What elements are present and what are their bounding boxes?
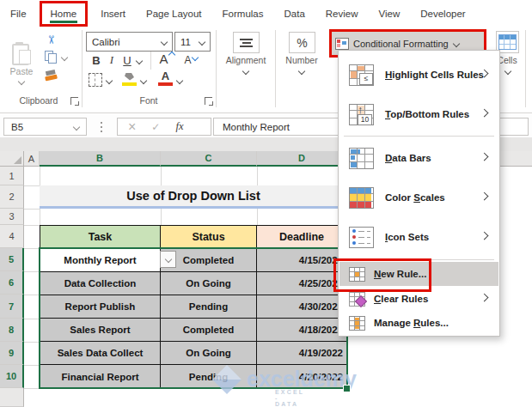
column-header-B[interactable]: B: [40, 151, 161, 167]
enter-icon[interactable]: ✓: [151, 121, 160, 133]
alignment-dropdown-icon[interactable]: [242, 68, 249, 75]
cell-task[interactable]: Monthly Report: [40, 249, 161, 271]
column-header-A[interactable]: A: [24, 151, 40, 167]
row-header-3[interactable]: 3: [0, 209, 24, 225]
format-painter-button[interactable]: [43, 69, 58, 82]
tab-formulas[interactable]: Formulas: [212, 3, 274, 24]
name-box[interactable]: B5: [3, 118, 87, 136]
table-row: Sales Report Completed 4/18/2022: [40, 319, 346, 342]
menu-item-manage-rules[interactable]: Manage Rules...: [339, 311, 498, 335]
number-dropdown-icon[interactable]: [298, 68, 305, 75]
header-cell-task[interactable]: Task: [40, 226, 161, 248]
row-header-5[interactable]: 5: [0, 248, 24, 271]
number-format-button[interactable]: %: [289, 32, 315, 53]
row-header-6[interactable]: 6: [0, 271, 24, 295]
cell-deadline[interactable]: 4/20/2022: [257, 365, 346, 388]
column-header-C[interactable]: C: [161, 151, 257, 167]
tab-data[interactable]: Data: [274, 3, 315, 24]
italic-button[interactable]: I: [105, 52, 119, 68]
font-color-button[interactable]: A: [158, 70, 173, 82]
cell-task[interactable]: Financial Report: [40, 365, 161, 388]
conditional-formatting-icon: [335, 38, 349, 50]
tab-home[interactable]: Home: [40, 1, 89, 27]
underline-button[interactable]: U: [120, 52, 134, 68]
corner-triangle-icon: [14, 156, 21, 164]
row-header-10[interactable]: 10: [0, 365, 24, 388]
tab-file[interactable]: File: [0, 3, 37, 24]
copy-button[interactable]: [43, 50, 58, 64]
tab-review[interactable]: Review: [315, 3, 369, 24]
data-validation-dropdown-button[interactable]: [160, 251, 176, 268]
font-color-dropdown-icon[interactable]: [176, 77, 183, 84]
sheet-title-cell[interactable]: Use of Drop Down List: [40, 185, 347, 209]
menu-item-icon-sets[interactable]: Icon Sets: [339, 217, 498, 257]
cell-deadline[interactable]: 4/19/2022: [257, 342, 346, 364]
row-header-4[interactable]: 4: [0, 225, 24, 248]
fill-handle[interactable]: [343, 385, 351, 392]
cell-deadline[interactable]: 4/18/2022: [257, 319, 346, 341]
row-header-1[interactable]: 1: [0, 167, 24, 185]
paste-button[interactable]: Paste: [5, 31, 38, 94]
menu-item-clear-rules[interactable]: Clear Rules: [339, 287, 498, 311]
borders-dropdown-icon[interactable]: [106, 77, 113, 84]
column-header-D[interactable]: D: [257, 151, 347, 167]
alignment-button[interactable]: [233, 32, 260, 53]
gridline: [24, 388, 40, 389]
font-name-combo[interactable]: Calibri: [86, 32, 173, 52]
group-separator: [82, 30, 83, 107]
cut-button[interactable]: ✂: [43, 33, 58, 46]
tab-insert[interactable]: Insert: [90, 3, 136, 24]
menu-item-color-scales[interactable]: Color Scales: [339, 178, 498, 217]
font-size-combo[interactable]: 11: [174, 32, 211, 52]
cell-task[interactable]: Sales Data Collect: [40, 342, 161, 364]
row-header-8[interactable]: 8: [0, 319, 24, 342]
cell-task[interactable]: Report Publish: [40, 295, 161, 318]
group-separator: [216, 30, 217, 107]
menu-item-new-rule[interactable]: New Rule...: [339, 262, 498, 286]
row-header-7[interactable]: 7: [0, 295, 24, 319]
ribbon-tab-bar: File Home Insert Page Layout Formulas Da…: [0, 0, 532, 27]
fill-color-dropdown-icon[interactable]: [140, 77, 147, 84]
cell-deadline[interactable]: 4/25/2022: [257, 272, 346, 295]
menu-item-data-bars[interactable]: Data Bars: [339, 138, 498, 178]
select-all-corner[interactable]: [0, 151, 24, 167]
gridline: [24, 342, 40, 343]
cell-deadline[interactable]: 4/30/2022: [257, 295, 346, 318]
copy-icon: [45, 51, 57, 63]
bold-button[interactable]: B: [89, 52, 103, 68]
increase-font-size-button[interactable]: A: [158, 50, 175, 67]
cell-status[interactable]: Completed: [161, 319, 257, 341]
cell-task[interactable]: Sales Report: [40, 319, 161, 341]
menu-item-top-bottom-rules[interactable]: ↑ 10 Top/Bottom Rules: [339, 94, 498, 134]
clipboard-group-label: Clipboard: [9, 95, 69, 106]
clipboard-dialog-launcher-icon[interactable]: [70, 97, 78, 105]
cell-status[interactable]: On Going: [161, 342, 257, 364]
cancel-icon[interactable]: ×: [128, 119, 136, 135]
header-cell-deadline[interactable]: Deadline: [257, 226, 346, 248]
borders-button[interactable]: [88, 72, 102, 87]
font-dialog-launcher-icon[interactable]: [205, 97, 212, 105]
cell-status[interactable]: Pending: [161, 295, 257, 318]
cell-task[interactable]: Data Collection: [40, 272, 161, 295]
cell-status[interactable]: Pending: [161, 365, 257, 388]
top-bottom-rules-icon: ↑ 10: [349, 104, 374, 125]
tab-view[interactable]: View: [369, 3, 411, 24]
header-cell-status[interactable]: Status: [161, 226, 257, 248]
row-header-2[interactable]: 2: [0, 185, 24, 209]
cells-dropdown-icon[interactable]: [504, 68, 511, 75]
tab-page-layout[interactable]: Page Layout: [136, 3, 212, 24]
cell-status[interactable]: On Going: [161, 272, 257, 295]
active-tab-underline: [50, 21, 78, 23]
table-row: Monthly Report Completed 4/15/2022: [40, 249, 346, 272]
underline-dropdown-icon[interactable]: [136, 58, 143, 64]
insert-function-icon[interactable]: fx: [175, 120, 183, 133]
row-header-9[interactable]: 9: [0, 342, 24, 365]
menu-item-highlight-cells-rules[interactable]: ≤ Highlight Cells Rules: [339, 55, 498, 94]
font-color-bar[interactable]: [158, 82, 173, 86]
decrease-font-size-button[interactable]: A: [182, 52, 199, 68]
tab-developer[interactable]: Developer: [410, 3, 475, 24]
row-header-11[interactable]: [0, 388, 24, 407]
cell-deadline[interactable]: 4/15/2022: [257, 249, 346, 271]
fill-color-button[interactable]: [122, 71, 137, 82]
fill-color-bar[interactable]: [122, 82, 137, 86]
